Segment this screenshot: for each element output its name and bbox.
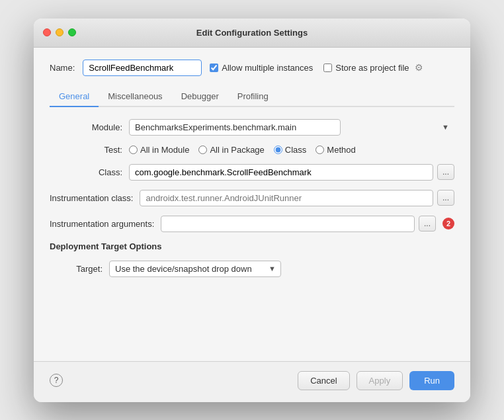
module-row: Module: BenchmarksExperiments.benchmark.… (50, 119, 454, 136)
cancel-button[interactable]: Cancel (298, 371, 349, 390)
class-ellipsis-button[interactable]: ... (437, 164, 454, 180)
radio-method-label: Method (327, 145, 355, 155)
instrumentation-args-badge: 2 (442, 218, 454, 230)
apply-button[interactable]: Apply (357, 371, 403, 390)
name-label: Name: (50, 63, 75, 73)
radio-class-input[interactable] (274, 146, 282, 154)
main-content: Name: Allow multiple instances Store as … (34, 48, 470, 361)
module-select-wrapper: BenchmarksExperiments.benchmark.main ▼ (129, 119, 454, 136)
test-radio-group: All in Module All in Package Class Metho… (129, 145, 356, 155)
radio-all-in-package-input[interactable] (198, 146, 207, 154)
test-row: Test: All in Module All in Package Class (50, 145, 454, 155)
class-label: Class: (50, 167, 122, 177)
test-label: Test: (50, 145, 122, 155)
class-row: Class: ... (50, 164, 454, 181)
tab-profiling[interactable]: Profiling (228, 87, 278, 107)
instrumentation-args-input-row: ... 2 (161, 216, 454, 232)
instrumentation-class-label: Instrumentation class: (50, 193, 133, 203)
run-button[interactable]: Run (409, 371, 454, 390)
allow-multiple-checkbox[interactable] (210, 63, 218, 72)
target-row: Target: Use the device/snapshot drop dow… (63, 261, 454, 277)
form-section: Module: BenchmarksExperiments.benchmark.… (50, 119, 454, 349)
instrumentation-args-ellipsis-button[interactable]: ... (419, 216, 436, 231)
instrumentation-args-label: Instrumentation arguments: (50, 219, 154, 229)
class-input-row: ... (129, 164, 454, 181)
target-label: Target: (63, 264, 103, 274)
class-input[interactable] (129, 164, 433, 181)
tab-miscellaneous[interactable]: Miscellaneous (99, 87, 171, 107)
checkbox-group: Allow multiple instances Store as projec… (210, 62, 423, 73)
title-bar: Edit Configuration Settings (34, 19, 470, 48)
instrumentation-args-input[interactable] (161, 216, 415, 232)
maximize-button[interactable] (68, 28, 76, 36)
allow-multiple-label: Allow multiple instances (222, 63, 313, 73)
radio-all-in-module-input[interactable] (129, 146, 138, 154)
radio-method-input[interactable] (315, 146, 324, 154)
allow-multiple-checkbox-label[interactable]: Allow multiple instances (210, 63, 313, 73)
help-button[interactable]: ? (50, 374, 63, 387)
name-row: Name: Allow multiple instances Store as … (50, 60, 454, 76)
store-project-label: Store as project file (335, 63, 409, 73)
instrumentation-class-input[interactable] (140, 190, 433, 206)
footer-buttons: Cancel Apply Run (298, 371, 454, 390)
instrumentation-class-row: Instrumentation class: ... (50, 190, 454, 206)
module-label: Module: (50, 122, 122, 132)
radio-all-in-module[interactable]: All in Module (129, 145, 189, 155)
traffic-lights (43, 28, 76, 36)
tabs-bar: General Miscellaneous Debugger Profiling (50, 87, 454, 107)
radio-class-label: Class (285, 145, 307, 155)
module-select[interactable]: BenchmarksExperiments.benchmark.main (129, 119, 341, 136)
deployment-section-header: Deployment Target Options (50, 241, 454, 251)
close-button[interactable] (43, 28, 51, 36)
instrumentation-args-row: Instrumentation arguments: ... 2 (50, 216, 454, 232)
settings-icon: ⚙ (415, 62, 423, 73)
instrumentation-class-ellipsis-button[interactable]: ... (437, 190, 454, 206)
window-title: Edit Configuration Settings (196, 28, 308, 38)
footer: ? Cancel Apply Run (34, 361, 470, 402)
radio-all-in-module-label: All in Module (140, 145, 189, 155)
radio-method[interactable]: Method (315, 145, 355, 155)
radio-all-in-package[interactable]: All in Package (198, 145, 264, 155)
store-project-checkbox[interactable] (323, 63, 332, 72)
instrumentation-class-input-row: ... (140, 190, 454, 206)
radio-class[interactable]: Class (274, 145, 307, 155)
store-project-checkbox-label[interactable]: Store as project file ⚙ (323, 62, 423, 73)
target-select-wrapper: Use the device/snapshot drop down ▼ (109, 261, 281, 277)
name-input[interactable] (83, 60, 202, 76)
minimize-button[interactable] (56, 28, 63, 36)
tab-debugger[interactable]: Debugger (172, 87, 228, 107)
radio-all-in-package-label: All in Package (210, 145, 264, 155)
module-dropdown-arrow-icon: ▼ (442, 123, 449, 131)
target-select[interactable]: Use the device/snapshot drop down (109, 261, 281, 277)
tab-general[interactable]: General (50, 87, 99, 107)
edit-configuration-dialog: Edit Configuration Settings Name: Allow … (34, 19, 470, 402)
